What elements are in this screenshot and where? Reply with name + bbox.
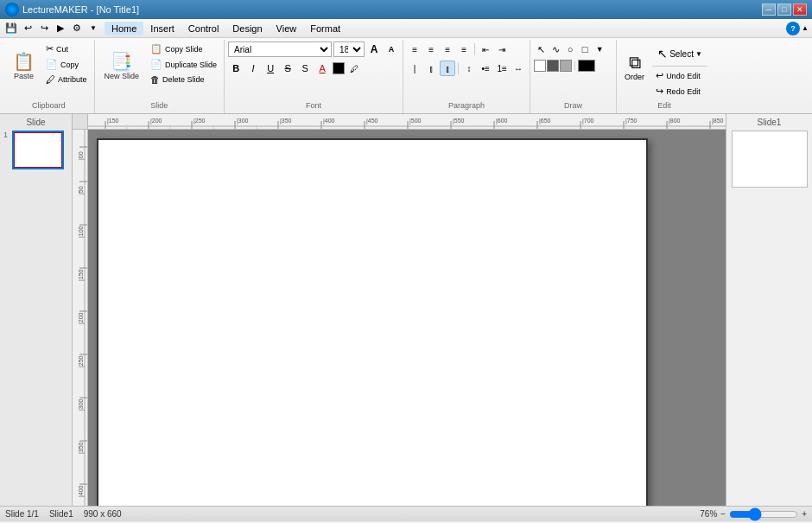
stretch-button[interactable]: ↔	[511, 61, 526, 76]
svg-text:|150: |150	[107, 118, 119, 124]
duplicate-slide-button[interactable]: 📄 Duplicate Slide	[147, 57, 220, 72]
copy-slide-button[interactable]: 📋 Copy Slide	[147, 41, 220, 56]
qa-undo-button[interactable]: ↩	[20, 21, 35, 36]
copy-button[interactable]: 📄 Copy	[42, 57, 91, 72]
col-left-button[interactable]: |	[407, 61, 422, 76]
draw-color1-box[interactable]	[534, 60, 546, 72]
italic-button[interactable]: I	[245, 61, 261, 76]
svg-text:|550: |550	[453, 118, 465, 124]
underline-button[interactable]: U	[263, 61, 278, 76]
zoom-slider[interactable]	[729, 511, 798, 518]
qa-settings-button[interactable]: ⚙	[69, 21, 85, 36]
svg-text:|250: |250	[78, 355, 85, 367]
cut-button[interactable]: ✂ Cut	[42, 41, 91, 56]
font-shrink-button[interactable]: A	[384, 41, 399, 57]
slide-number: 1	[3, 131, 10, 139]
clipboard-small-buttons: ✂ Cut 📄 Copy 🖊 Attribute	[42, 41, 91, 86]
font-color-button[interactable]: A	[314, 61, 330, 76]
clipboard-group: 📋 Paste ✂ Cut 📄 Copy 🖊 Attribute Clipb	[3, 40, 95, 113]
draw-group: ↖ ∿ ○ □ ▼ Draw	[530, 40, 617, 113]
shadow-button[interactable]: S	[297, 61, 313, 76]
qa-dropdown-button[interactable]: ▼	[86, 21, 101, 36]
svg-text:|350: |350	[78, 442, 85, 454]
justify-button[interactable]: ≡	[456, 41, 472, 57]
close-button[interactable]: ✕	[793, 3, 807, 16]
svg-text:|750: |750	[625, 118, 638, 124]
indent-less-button[interactable]: ⇤	[478, 41, 493, 57]
undo-edit-icon: ↩	[656, 70, 663, 81]
svg-text:|100: |100	[78, 226, 85, 238]
numbering-button[interactable]: 1≡	[494, 61, 510, 76]
menu-design[interactable]: Design	[225, 22, 269, 35]
zoom-in-icon[interactable]: +	[802, 509, 807, 519]
draw-select-button[interactable]: ↖	[534, 41, 548, 57]
thumbs-header: Slide1	[758, 118, 782, 127]
font-size-select[interactable]: 18	[333, 41, 365, 57]
draw-rect-button[interactable]: □	[578, 41, 592, 57]
new-slide-button[interactable]: 📑 New Slide	[98, 41, 146, 92]
order-button[interactable]: ⧉ Order	[620, 50, 649, 84]
select-cursor-icon: ↖	[657, 47, 668, 61]
zoom-out-icon[interactable]: −	[720, 509, 726, 519]
highlight-button[interactable]: 🖊	[346, 61, 362, 76]
maximize-button[interactable]: □	[777, 3, 791, 16]
slide-panel: Slide 1	[0, 114, 73, 506]
paste-button[interactable]: 📋 Paste	[7, 41, 41, 92]
app-icon	[5, 3, 19, 16]
svg-text:|800: |800	[669, 118, 681, 124]
canvas-area[interactable]: // This will be done inline |150 |200 |2…	[73, 114, 726, 506]
slide-thumbnail[interactable]	[12, 131, 64, 169]
qa-save-button[interactable]: 💾	[3, 21, 19, 36]
draw-more-button[interactable]: ▼	[593, 41, 606, 57]
slide-label: Slide	[98, 101, 221, 112]
select-button[interactable]: ↖ Select ▼	[652, 43, 707, 64]
dimensions-status: 990 x 660	[84, 509, 122, 519]
align-right-button[interactable]: ≡	[440, 41, 455, 57]
menu-insert[interactable]: Insert	[143, 22, 181, 35]
qa-redo-button[interactable]: ↪	[36, 21, 52, 36]
draw-curve-button[interactable]: ∿	[549, 41, 562, 57]
attribute-button[interactable]: 🖊 Attribute	[42, 73, 91, 86]
svg-text:|200: |200	[78, 312, 85, 324]
font-group: Arial 18 A A B I U S S A 🖊 Font	[225, 40, 403, 113]
draw-color3-box[interactable]	[560, 60, 572, 72]
menu-view[interactable]: View	[270, 22, 304, 35]
slide-small-buttons: 📋 Copy Slide 📄 Duplicate Slide 🗑 Delete …	[147, 41, 220, 86]
slide-thumb-inner	[14, 132, 62, 168]
draw-color2-box[interactable]	[547, 60, 559, 72]
delete-slide-button[interactable]: 🗑 Delete Slide	[147, 73, 220, 86]
draw-line-color-box[interactable]	[578, 60, 595, 72]
strikethrough-button[interactable]: S	[280, 61, 295, 76]
order-icon: ⧉	[629, 53, 641, 73]
slide-canvas[interactable]	[97, 138, 648, 506]
col-right-button[interactable]: ⫿	[440, 61, 455, 76]
svg-text:|400: |400	[323, 118, 335, 124]
svg-text:|850: |850	[712, 118, 724, 124]
menu-format[interactable]: Format	[303, 22, 347, 35]
indent-more-button[interactable]: ⇥	[494, 41, 510, 57]
minimize-button[interactable]: ─	[762, 3, 776, 16]
ribbon-collapse-button[interactable]: ▲	[802, 24, 809, 32]
draw-circle-button[interactable]: ○	[563, 41, 577, 57]
undo-edit-button[interactable]: ↩ Undo Edit	[652, 68, 707, 83]
draw-label: Draw	[534, 101, 612, 112]
duplicate-slide-icon: 📄	[150, 59, 162, 70]
bullet-button[interactable]: •≡	[478, 61, 493, 76]
align-center-button[interactable]: ≡	[423, 41, 439, 57]
font-grow-button[interactable]: A	[366, 41, 382, 57]
slide-panel-header: Slide	[3, 118, 68, 127]
paragraph-label: Paragraph	[407, 101, 526, 112]
font-color-box[interactable]	[333, 62, 345, 74]
menu-control[interactable]: Control	[181, 22, 225, 35]
bold-button[interactable]: B	[228, 61, 244, 76]
redo-edit-button[interactable]: ↪ Redo Edit	[652, 84, 707, 99]
col-center-button[interactable]: ⫿	[423, 61, 439, 76]
align-left-button[interactable]: ≡	[407, 41, 422, 57]
font-name-select[interactable]: Arial	[228, 41, 332, 57]
ribbon: 📋 Paste ✂ Cut 📄 Copy 🖊 Attribute Clipb	[0, 38, 812, 114]
help-button[interactable]: ?	[786, 22, 800, 35]
svg-text:|300: |300	[78, 399, 85, 411]
menu-home[interactable]: Home	[105, 22, 143, 35]
qa-play-button[interactable]: ▶	[53, 21, 68, 36]
line-spacing-button[interactable]: ↕	[461, 61, 477, 76]
